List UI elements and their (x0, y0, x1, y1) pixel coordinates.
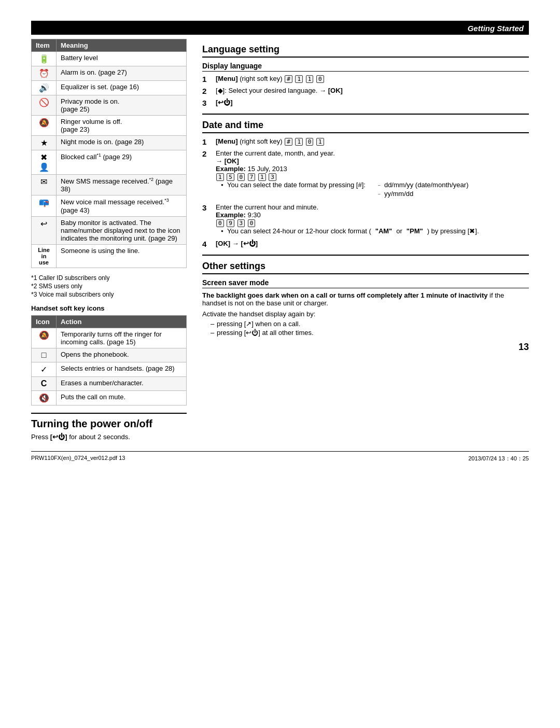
meaning-voicemail: New voice mail message received.*3 (page… (57, 195, 187, 216)
table-row: 🔇 Puts the call on mute. (32, 390, 187, 405)
key-1b: 1 (306, 75, 314, 83)
icon-blocked-call: ✖👤 (32, 150, 57, 175)
key-3-time: 3 (237, 219, 245, 227)
list-item: dd/mm/yy (date/month/year) (378, 181, 469, 189)
key-1c-ex: 1 (258, 173, 266, 181)
page-number: 13 (519, 342, 529, 353)
display-language-subtitle: Display language (202, 62, 529, 72)
divider-other (202, 255, 529, 256)
table-row: Line inuse Someone is using the line. (32, 244, 187, 268)
step-num-dt1: 1 (202, 137, 212, 146)
key-1-ex: 1 (216, 173, 224, 181)
table-header-item: Item (32, 39, 57, 52)
step-num-dt4: 4 (202, 240, 212, 248)
icon-night: ★ (32, 136, 57, 150)
language-setting-title: Language setting (202, 44, 529, 58)
key-3-ex: 3 (269, 173, 276, 181)
handset-icon-table: Icon Action 🔕 Temporarily turns off the … (31, 315, 187, 405)
turning-title: Turning the power on/off (31, 418, 187, 430)
step-num-dt2: 2 (202, 149, 212, 158)
table-row: ✉ New SMS message received.*2 (page 38) (32, 175, 187, 195)
list-item: yy/mm/dd (378, 190, 469, 198)
handset-col-action: Action (57, 315, 187, 328)
footnote-1: *1 Caller ID subscribers only (31, 274, 187, 282)
time-bullets: You can select 24-hour or 12-hour clock … (216, 227, 529, 235)
action-ringer-soft: Temporarily turns off the ringer for inc… (57, 328, 187, 348)
step-num-3: 3 (202, 99, 212, 107)
step-body-dt3: Enter the current hour and minute. Examp… (216, 203, 529, 236)
icon-privacy: 🚫 (32, 95, 57, 116)
screen-saver-bold: The backlight goes dark when on a call o… (202, 291, 487, 299)
key-1b-dt: 1 (316, 138, 324, 146)
key-5-ex: 5 (227, 173, 234, 181)
key-0-dt: 0 (306, 138, 314, 146)
step-body-1: [Menu] (right soft key) # 1 1 0 (216, 75, 529, 83)
meaning-baby-monitor: Baby monitor is activated. The name/numb… (57, 216, 187, 244)
action-mute: Puts the call on mute. (57, 390, 187, 405)
icon-ringer-off: 🔕 (32, 116, 57, 136)
list-item: 1 [Menu] (right soft key) # 1 1 0 (202, 75, 529, 83)
date-bullets: You can select the date format by pressi… (216, 181, 529, 199)
key-0a: 0 (316, 75, 324, 83)
date-time-title: Date and time (202, 120, 529, 133)
list-item: 3 Enter the current hour and minute. Exa… (202, 203, 529, 236)
step-body-3: [↩⏻] (216, 99, 529, 106)
icon-battery: 🔋 (32, 52, 57, 66)
action-erase: Erases a number/character. (57, 376, 187, 390)
footnote-2: *2 SMS users only (31, 283, 187, 290)
table-row: 🔊 Equalizer is set. (page 16) (32, 81, 187, 95)
icon-sms: ✉ (32, 175, 57, 195)
screen-saver-description: The backlight goes dark when on a call o… (202, 291, 529, 307)
step-num-2: 2 (202, 87, 212, 95)
table-row: 🔋 Battery level (32, 52, 187, 66)
icon-equalizer: 🔊 (32, 81, 57, 95)
divider-date (202, 114, 529, 115)
icon-alarm: ⏰ (32, 66, 57, 81)
meaning-privacy: Privacy mode is on.(page 25) (57, 95, 187, 116)
meaning-equalizer: Equalizer is set. (page 16) (57, 81, 187, 95)
key-7-ex: 7 (248, 173, 256, 181)
step-body-dt1: [Menu] (right soft key) # 1 0 1 (216, 137, 529, 146)
date-time-steps: 1 [Menu] (right soft key) # 1 0 1 2 Ente… (202, 137, 529, 248)
list-item: 2 Enter the current date, month, and yea… (202, 149, 529, 200)
list-item: You can select 24-hour or 12-hour clock … (221, 227, 529, 235)
action-phonebook: Opens the phonebook. (57, 348, 187, 362)
table-header-meaning: Meaning (57, 39, 187, 52)
key-0-ex: 0 (237, 173, 245, 181)
footer-right: 2013/07/24 13：40：25 (468, 455, 529, 463)
screen-saver-dashes: pressing [↗] when on a call. pressing [↩… (202, 320, 529, 337)
list-item: You can select the date format by pressi… (221, 181, 529, 199)
handset-col-icon: Icon (32, 315, 57, 328)
screen-saver-subtitle: Screen saver mode (202, 278, 529, 288)
page-footer: PRW110FX(en)_0724_ver012.pdf 13 2013/07/… (31, 451, 529, 463)
action-checkmark: Selects entries or handsets. (page 28) (57, 362, 187, 376)
table-row: ★ Night mode is on. (page 28) (32, 136, 187, 150)
left-column: Item Meaning 🔋 Battery level ⏰ Alarm is … (31, 39, 187, 441)
table-row: ✖👤 Blocked call*1 (page 29) (32, 150, 187, 175)
table-row: 🔕 Ringer volume is off.(page 23) (32, 116, 187, 136)
key-hash-dt: # (285, 138, 292, 146)
meaning-alarm: Alarm is on. (page 27) (57, 66, 187, 81)
footnote-3: *3 Voice mail subscribers only (31, 291, 187, 298)
table-row: □ Opens the phonebook. (32, 348, 187, 362)
other-settings-title: Other settings (202, 261, 529, 274)
example-label-2: Example: (216, 165, 246, 173)
icon-baby-monitor: ↩ (32, 216, 57, 244)
list-item: 1 [Menu] (right soft key) # 1 0 1 (202, 137, 529, 146)
icon-phonebook: □ (32, 348, 57, 362)
icon-erase: C (32, 376, 57, 390)
activate-text: Activate the handset display again by: (202, 310, 529, 318)
step-num-dt3: 3 (202, 203, 212, 212)
icon-voicemail: 📪 (32, 195, 57, 216)
step-num-1: 1 (202, 75, 212, 83)
main-content: Item Meaning 🔋 Battery level ⏰ Alarm is … (31, 39, 529, 441)
display-language-steps: 1 [Menu] (right soft key) # 1 1 0 2 [◆]:… (202, 75, 529, 107)
table-row: 🔕 Temporarily turns off the ringer for i… (32, 328, 187, 348)
key-1-dt: 1 (295, 138, 303, 146)
turning-power-section: Turning the power on/off Press [↩⏻] for … (31, 413, 187, 441)
step-body-dt2: Enter the current date, month, and year.… (216, 149, 529, 200)
icon-meaning-table: Item Meaning 🔋 Battery level ⏰ Alarm is … (31, 39, 187, 268)
meaning-ringer-off: Ringer volume is off.(page 23) (57, 116, 187, 136)
meaning-night: Night mode is on. (page 28) (57, 136, 187, 150)
step-body-2: [◆]: Select your desired language. → [OK… (216, 87, 529, 94)
